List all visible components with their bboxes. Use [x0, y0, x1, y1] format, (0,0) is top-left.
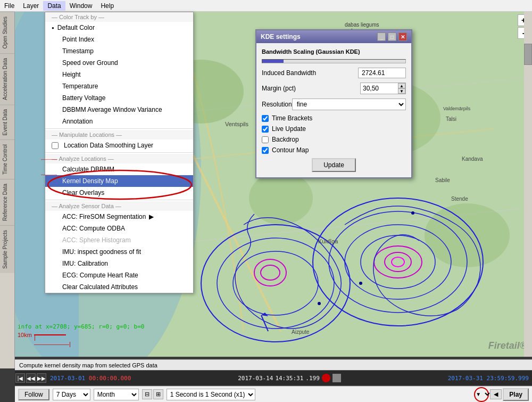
map-info: info at x=2708; y=685; r=0; g=0; b=0: [18, 323, 144, 330]
backdrop-label: Backdrop: [272, 136, 299, 143]
svg-text:Aizpute: Aizpute: [292, 329, 310, 335]
resolution-select[interactable]: fine coarse medium very fine: [292, 99, 406, 110]
menu-location-smoothing[interactable]: Location Data Smoothing Layer: [45, 140, 193, 151]
scale-line: |——————|: [34, 334, 66, 335]
range-shrink-button[interactable]: ⊟: [142, 389, 152, 399]
bandwidth-scaling-label: Bandwidth Scaling (Gaussian KDE): [262, 48, 406, 55]
menu-kernel-density[interactable]: Kernel Density Map: [45, 175, 193, 187]
margin-spinner-buttons: ▲ ▼: [398, 83, 405, 94]
vertical-scrollbar[interactable]: [524, 12, 532, 357]
timeline-next-button[interactable]: ▶▶: [37, 373, 46, 383]
svg-text:Kandava: Kandava: [462, 156, 483, 162]
menu-speed-over-ground[interactable]: Speed over Ground: [45, 57, 193, 69]
color-track-section: — Color Track by —: [45, 12, 193, 22]
record-button[interactable]: [322, 374, 330, 382]
menu-acc-firesom[interactable]: ACC: FireSOM Segmentation: [45, 211, 193, 223]
menu-temperature[interactable]: Temperature: [45, 80, 193, 92]
margin-up-button[interactable]: ▲: [398, 83, 405, 88]
menu-help[interactable]: Help: [96, 1, 118, 11]
speed-select[interactable]: 1 Second is 1 Second (x1): [167, 389, 255, 400]
menu-imu-calibration[interactable]: IMU: Calibration: [45, 258, 193, 269]
play-speed-dropdown[interactable]: ▼: [471, 390, 492, 399]
menu-acc-odba[interactable]: ACC: Compute ODBA: [45, 223, 193, 234]
svg-point-21: [318, 302, 321, 305]
dialog-minimize-button[interactable]: _: [377, 32, 386, 41]
dialog-close-button[interactable]: ✕: [398, 32, 407, 41]
sidebar-tab-acceleration[interactable]: Acceleration Data: [0, 53, 14, 104]
menu-file[interactable]: File: [0, 1, 19, 11]
sidebar-tab-open-studies[interactable]: Open Studies: [0, 12, 14, 53]
menu-ecg-heart[interactable]: ECG: Compute Heart Rate: [45, 269, 193, 281]
timeline-prev-button[interactable]: ◀◀: [26, 373, 36, 383]
kde-body: Bandwidth Scaling (Gaussian KDE) Induced…: [256, 43, 411, 177]
bandwidth-slider[interactable]: [262, 59, 406, 63]
period-select[interactable]: 7 Days 1 Day 3 Days 14 Days 30 Days: [53, 389, 90, 400]
induced-bandwidth-label: Induced Bandwidth: [262, 69, 358, 77]
timeline-mid: 2017-03-14 14:35:31 .199: [134, 374, 444, 382]
menu-battery-voltage[interactable]: Battery Voltage: [45, 92, 193, 104]
kde-dialog: KDE settings _ □ ✕ Bandwidth Scaling (Ga…: [255, 29, 412, 178]
follow-button[interactable]: Follow: [18, 389, 49, 400]
scrollbar-thumb[interactable]: [524, 44, 532, 65]
sidebar-tab-reference[interactable]: Reference Data: [0, 179, 14, 225]
menubar: File Layer Data Window Help: [0, 0, 532, 12]
menu-clear-overlays[interactable]: Clear Overlays: [45, 187, 193, 199]
slider-fill: [262, 60, 284, 63]
menu-height[interactable]: Height: [45, 69, 193, 80]
dialog-maximize-button[interactable]: □: [388, 32, 396, 41]
menu-point-index[interactable]: Point Index: [45, 34, 193, 45]
divider-3: [45, 200, 193, 200]
sidebar-tab-event[interactable]: Event Data: [0, 104, 14, 140]
sidebar-tab-time[interactable]: Time Control: [0, 140, 14, 179]
backdrop-checkbox[interactable]: [262, 136, 269, 143]
svg-point-5: [249, 171, 313, 225]
manipulate-section: — Manipulate Locations —: [45, 130, 193, 140]
contour-map-checkbox[interactable]: [262, 147, 269, 154]
slider-track[interactable]: [262, 59, 406, 63]
play-button[interactable]: Play: [503, 388, 529, 401]
resolution-label: Resolution: [262, 101, 292, 108]
menu-layer[interactable]: Layer: [19, 1, 43, 11]
menu-data[interactable]: Data: [43, 1, 65, 11]
menu-imu-goodness[interactable]: IMU: inspect goodness of fit: [45, 246, 193, 258]
range-buttons: ⊟ ⊞: [142, 389, 163, 399]
time-brackets-label: Time Brackets: [272, 114, 312, 122]
location-smoothing-checkbox[interactable]: [52, 142, 59, 149]
timeline-start-button[interactable]: |◀: [15, 373, 25, 383]
svg-text:Valdemārpils: Valdemārpils: [443, 106, 471, 111]
timeline-mid-time: 14:35:31: [275, 375, 303, 382]
left-sidebar: Open Studies Acceleration Data Event Dat…: [0, 12, 15, 368]
margin-down-button[interactable]: ▼: [398, 88, 405, 94]
menu-calculate-dbbmm[interactable]: Calculate DBBMM: [45, 163, 193, 175]
svg-text:Stende: Stende: [451, 196, 468, 202]
prev-frame-button[interactable]: ◀: [490, 389, 502, 399]
divider-2: [45, 152, 193, 153]
bullet-icon: ●: [52, 26, 54, 30]
update-button[interactable]: Update: [312, 158, 356, 172]
menu-dbbmm[interactable]: DBBMM Average Window Variance: [45, 104, 193, 116]
dropdown-menu: — Color Track by — ● Default Color Point…: [45, 12, 194, 293]
month-select[interactable]: Month JanuaryFebruaryMarch AprilMayJune …: [94, 389, 139, 400]
status-bar: Follow 7 Days 1 Day 3 Days 14 Days 30 Da…: [15, 386, 532, 402]
time-brackets-row: Time Brackets: [262, 114, 406, 122]
sidebar-tab-sample[interactable]: Sample Projects: [0, 225, 14, 273]
menu-acc-sphere[interactable]: ACC: Sphere Histogram: [45, 234, 193, 246]
menu-clear-attributes[interactable]: Clear Calculated Attributes: [45, 281, 193, 293]
time-brackets-checkbox[interactable]: [262, 115, 269, 122]
menu-annotation[interactable]: Annotation: [45, 116, 193, 127]
stop-button[interactable]: [332, 374, 341, 382]
svg-point-19: [411, 211, 414, 215]
svg-point-20: [359, 282, 362, 285]
margin-input[interactable]: [361, 83, 398, 94]
live-update-label: Live Update: [272, 125, 306, 133]
margin-spinner[interactable]: ▲ ▼: [360, 83, 406, 94]
menu-window[interactable]: Window: [65, 1, 97, 11]
svg-text:Talsi: Talsi: [446, 116, 456, 122]
range-expand-button[interactable]: ⊞: [153, 389, 163, 399]
menu-timestamp[interactable]: Timestamp: [45, 45, 193, 57]
menu-default-color[interactable]: ● Default Color: [45, 22, 193, 34]
induced-bandwidth-value: 2724.61: [358, 68, 406, 78]
live-update-checkbox[interactable]: [262, 126, 269, 133]
contour-map-row: Contour Map: [262, 146, 406, 154]
backdrop-row: Backdrop: [262, 136, 406, 143]
